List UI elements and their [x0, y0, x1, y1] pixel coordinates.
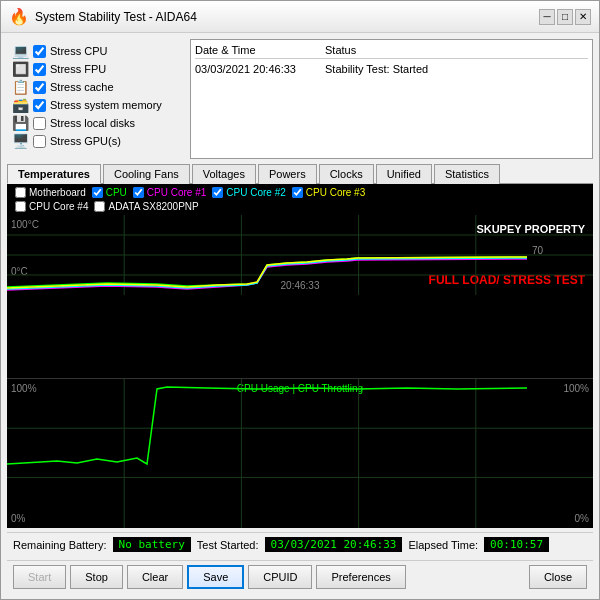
cpu-icon: 💻: [11, 43, 29, 59]
legend-cpu-core4-checkbox[interactable]: [15, 201, 26, 212]
log-header: Date & Time Status: [195, 44, 588, 59]
legend-motherboard-checkbox[interactable]: [15, 187, 26, 198]
legend-adata-label: ADATA SX8200PNP: [108, 201, 198, 212]
elapsed-time-value: 00:10:57: [484, 537, 549, 552]
legend-adata: ADATA SX8200PNP: [94, 201, 198, 212]
legend-motherboard: Motherboard: [15, 187, 86, 198]
stress-item-gpu: 🖥️ Stress GPU(s): [11, 133, 178, 149]
stress-item-fpu: 🔲 Stress FPU: [11, 61, 178, 77]
app-icon: 🔥: [9, 7, 29, 26]
stress-options-panel: 💻 Stress CPU 🔲 Stress FPU 📋 Stress cache…: [7, 39, 182, 159]
save-button[interactable]: Save: [187, 565, 244, 589]
stress-cpu-label: Stress CPU: [50, 45, 107, 57]
stress-item-disks: 💾 Stress local disks: [11, 115, 178, 131]
temp-chart: Motherboard CPU CPU Core #1 CPU Cor: [7, 184, 593, 379]
clear-button[interactable]: Clear: [127, 565, 183, 589]
stress-disks-label: Stress local disks: [50, 117, 135, 129]
stress-fpu-label: Stress FPU: [50, 63, 106, 75]
status-bar: Remaining Battery: No battery Test Start…: [7, 532, 593, 556]
maximize-button[interactable]: □: [557, 9, 573, 25]
log-status-cell: Stability Test: Started: [325, 63, 588, 75]
log-panel: Date & Time Status 03/03/2021 20:46:33 S…: [190, 39, 593, 159]
preferences-button[interactable]: Preferences: [316, 565, 405, 589]
legend-cpu-core1-label: CPU Core #1: [147, 187, 206, 198]
tabs-section: Temperatures Cooling Fans Voltages Power…: [7, 163, 593, 528]
legend-cpu-core2: CPU Core #2: [212, 187, 285, 198]
title-bar: 🔥 System Stability Test - AIDA64 ─ □ ✕: [1, 1, 599, 33]
fpu-icon: 🔲: [11, 61, 29, 77]
stress-cache-checkbox[interactable]: [33, 81, 46, 94]
legend-cpu-core3-label: CPU Core #3: [306, 187, 365, 198]
legend-cpu-core1-checkbox[interactable]: [133, 187, 144, 198]
elapsed-time-label: Elapsed Time:: [408, 539, 478, 551]
legend-motherboard-label: Motherboard: [29, 187, 86, 198]
tab-bar: Temperatures Cooling Fans Voltages Power…: [7, 163, 593, 184]
stress-item-cpu: 💻 Stress CPU: [11, 43, 178, 59]
stress-memory-label: Stress system memory: [50, 99, 162, 111]
cpuid-button[interactable]: CPUID: [248, 565, 312, 589]
stress-disks-checkbox[interactable]: [33, 117, 46, 130]
test-started-label: Test Started:: [197, 539, 259, 551]
window-content: 💻 Stress CPU 🔲 Stress FPU 📋 Stress cache…: [1, 33, 599, 599]
legend-cpu-core4-label: CPU Core #4: [29, 201, 88, 212]
legend-cpu-core2-checkbox[interactable]: [212, 187, 223, 198]
main-window: 🔥 System Stability Test - AIDA64 ─ □ ✕ 💻…: [0, 0, 600, 600]
temp-legend-row2: CPU Core #4 ADATA SX8200PNP: [7, 201, 593, 215]
remaining-battery-label: Remaining Battery:: [13, 539, 107, 551]
temp-chart-svg: [7, 215, 593, 295]
tab-clocks[interactable]: Clocks: [319, 164, 374, 184]
log-row: 03/03/2021 20:46:33 Stability Test: Star…: [195, 63, 588, 75]
log-status-header: Status: [325, 44, 588, 56]
stress-cpu-checkbox[interactable]: [33, 45, 46, 58]
test-started-value: 03/03/2021 20:46:33: [265, 537, 403, 552]
window-controls: ─ □ ✕: [539, 9, 591, 25]
memory-icon: 🗃️: [11, 97, 29, 113]
gpu-icon: 🖥️: [11, 133, 29, 149]
stress-gpu-label: Stress GPU(s): [50, 135, 121, 147]
close-button-bottom[interactable]: Close: [529, 565, 587, 589]
tab-temperatures[interactable]: Temperatures: [7, 164, 101, 184]
legend-cpu: CPU: [92, 187, 127, 198]
cache-icon: 📋: [11, 79, 29, 95]
remaining-battery-value: No battery: [113, 537, 191, 552]
tab-powers[interactable]: Powers: [258, 164, 317, 184]
legend-cpu-core1: CPU Core #1: [133, 187, 206, 198]
stress-gpu-checkbox[interactable]: [33, 135, 46, 148]
legend-cpu-core2-label: CPU Core #2: [226, 187, 285, 198]
tab-unified[interactable]: Unified: [376, 164, 432, 184]
chart-area: Motherboard CPU CPU Core #1 CPU Cor: [7, 184, 593, 528]
cpu-chart: CPU Usage | CPU Throttling 100% 0% 100% …: [7, 379, 593, 528]
legend-cpu-core4: CPU Core #4: [15, 201, 88, 212]
stress-cache-label: Stress cache: [50, 81, 114, 93]
top-section: 💻 Stress CPU 🔲 Stress FPU 📋 Stress cache…: [7, 39, 593, 159]
tab-statistics[interactable]: Statistics: [434, 164, 500, 184]
legend-adata-checkbox[interactable]: [94, 201, 105, 212]
stress-item-memory: 🗃️ Stress system memory: [11, 97, 178, 113]
close-button[interactable]: ✕: [575, 9, 591, 25]
legend-cpu-checkbox[interactable]: [92, 187, 103, 198]
tab-cooling-fans[interactable]: Cooling Fans: [103, 164, 190, 184]
tab-voltages[interactable]: Voltages: [192, 164, 256, 184]
window-title: System Stability Test - AIDA64: [35, 10, 533, 24]
legend-cpu-core3-checkbox[interactable]: [292, 187, 303, 198]
log-datetime-cell: 03/03/2021 20:46:33: [195, 63, 325, 75]
cpu-chart-svg: [7, 379, 593, 528]
stress-item-cache: 📋 Stress cache: [11, 79, 178, 95]
stress-memory-checkbox[interactable]: [33, 99, 46, 112]
minimize-button[interactable]: ─: [539, 9, 555, 25]
temp-legend: Motherboard CPU CPU Core #1 CPU Cor: [7, 184, 593, 201]
stress-fpu-checkbox[interactable]: [33, 63, 46, 76]
disks-icon: 💾: [11, 115, 29, 131]
legend-cpu-label: CPU: [106, 187, 127, 198]
start-button[interactable]: Start: [13, 565, 66, 589]
stop-button[interactable]: Stop: [70, 565, 123, 589]
bottom-buttons: Start Stop Clear Save CPUID Preferences …: [7, 560, 593, 593]
log-datetime-header: Date & Time: [195, 44, 325, 56]
legend-cpu-core3: CPU Core #3: [292, 187, 365, 198]
